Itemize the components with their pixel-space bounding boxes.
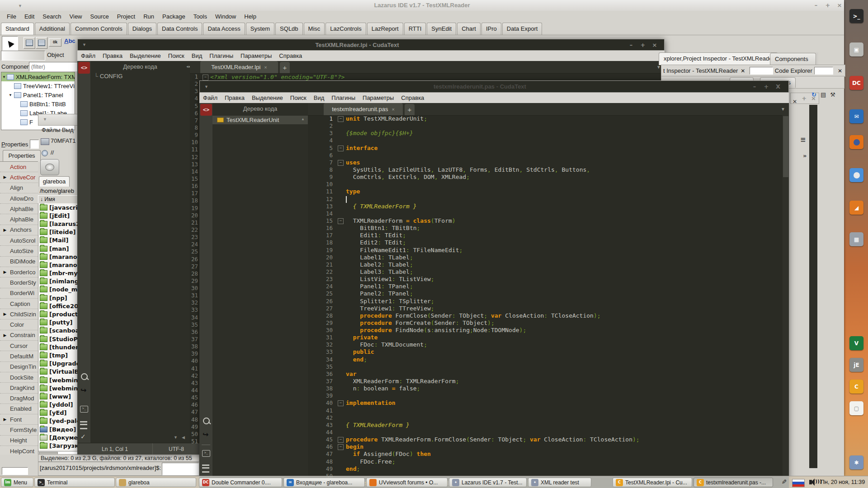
cx1-tree-item-config[interactable]: └ CONFIG [94, 73, 123, 80]
menu-item-правка[interactable]: Правка [99, 52, 126, 59]
folder-row[interactable]: [Видео] [38, 425, 78, 433]
fold-marker-icon[interactable]: − [338, 444, 344, 450]
menu-item-параметры[interactable]: Параметры [237, 52, 275, 59]
cx2-titlebar[interactable]: ▼ testxmlreaderunit.pas - CudaText – + X [199, 80, 789, 93]
code-line[interactable]: n: boolean = false; [346, 385, 420, 392]
property-expand-icon[interactable]: ▶ [0, 270, 10, 274]
property-row[interactable]: DragKind [0, 383, 38, 393]
property-row[interactable]: BorderWi [0, 288, 38, 299]
folder-row[interactable]: [yed-pale [38, 417, 78, 425]
property-row[interactable]: BorderSty [0, 277, 38, 288]
search-icon[interactable] [203, 418, 210, 424]
taskbar-button[interactable]: DCDouble Commander 0.... [199, 478, 282, 487]
code-line[interactable]: Label3: TLabel; [346, 268, 413, 276]
dc-command-input[interactable] [162, 463, 199, 475]
view-units-button[interactable] [24, 37, 35, 49]
clock[interactable]: Пн, 20 ноя, 11:39 [821, 479, 865, 485]
minimize-button[interactable]: – [628, 42, 634, 48]
folder-row[interactable]: [office200 [38, 302, 78, 310]
property-row[interactable]: ▶Font [0, 414, 38, 425]
folder-row[interactable]: [jEdit] [38, 211, 78, 220]
palette-tab-rtti[interactable]: RTTI [404, 23, 426, 35]
code-line[interactable]: uses [346, 159, 360, 166]
folder-row[interactable]: [maranov [38, 261, 78, 269]
code-line[interactable]: Panel1: TPanel; [346, 283, 413, 290]
palette-tab-standard[interactable]: Standard [1, 23, 34, 35]
menu-item-файл[interactable]: Файл [77, 52, 99, 59]
components-tree-row[interactable]: TreeView1: TTreeVi [1, 81, 75, 90]
minimize-button[interactable]: – [813, 2, 819, 9]
fold-marker-icon[interactable]: − [338, 437, 344, 443]
taskbar-button[interactable]: CTestXMLReader.lpi - Cu... [613, 478, 692, 487]
code-line[interactable]: Edit1: TEdit; [346, 232, 406, 239]
menu-item-плагины[interactable]: Плагины [206, 52, 237, 59]
folder-row[interactable]: [scanboa [38, 327, 78, 335]
fold-marker-icon[interactable]: − [338, 145, 344, 151]
cx1-code-line1[interactable]: <?xml version="1.0" encoding="UTF-8"?> [210, 74, 344, 81]
palette-tab-data-export[interactable]: Data Export [502, 23, 542, 35]
jedit-icon[interactable]: jE [849, 358, 863, 372]
property-row[interactable]: Color [0, 319, 38, 330]
code-line[interactable]: implementation [346, 399, 396, 407]
vim-icon[interactable]: V [849, 336, 863, 350]
fold-marker-icon[interactable]: − [338, 116, 344, 122]
hamburger-icon[interactable]: ≡ [800, 136, 806, 144]
fold-marker-icon[interactable]: − [338, 400, 344, 406]
property-row[interactable]: AlphaBle [0, 214, 38, 225]
fold-marker-icon[interactable]: − [338, 218, 344, 224]
code-line[interactable]: TXMLReaderForm = class(TForm) [346, 217, 456, 225]
folder-row[interactable]: [npp] [38, 294, 78, 302]
terminal-icon[interactable]: >_ [849, 9, 863, 23]
property-row[interactable]: HelpCont [0, 446, 38, 455]
palette-tab-dialogs[interactable]: Dialogs [128, 23, 156, 35]
titlebar-dropdown-icon[interactable]: ▼ [18, 4, 22, 8]
view-forms-button[interactable] [36, 37, 47, 49]
property-row[interactable]: DefaultM [0, 351, 38, 361]
code-line[interactable]: end; [346, 356, 367, 363]
folder-row[interactable]: [producti [38, 310, 78, 318]
tab-project-inspector[interactable]: xplorer,Project Inspector - TestXMLReade… [659, 52, 778, 65]
taskbar-button[interactable]: ✦Lazarus IDE v1.7 - Test... [449, 478, 527, 487]
tab-list-dropdown-icon[interactable]: ▼ [781, 107, 785, 112]
property-row[interactable]: ▶BorderIco [0, 267, 38, 277]
property-row[interactable]: DragMod [0, 394, 38, 404]
properties-filter-box[interactable] [30, 140, 39, 149]
tab-list-dropdown-icon[interactable]: ▼ [656, 65, 661, 70]
folder-row[interactable]: [maranov [38, 253, 78, 261]
taskbar-button[interactable]: lmMenu [1, 478, 33, 487]
folder-row[interactable]: [Upgrade [38, 360, 78, 368]
folder-row[interactable]: [yEd] [38, 409, 78, 417]
cx2-vertical-scrollbar[interactable] [783, 115, 789, 488]
folder-row[interactable]: [yddol] [38, 401, 78, 409]
maximize-button[interactable]: + [825, 2, 831, 9]
refresh-icon[interactable]: ↻ [811, 91, 816, 98]
code-line[interactable]: Label2: TLabel; [346, 261, 413, 268]
property-row[interactable]: Action [0, 162, 38, 172]
tree-expand-icon[interactable]: ▼ [2, 75, 6, 79]
double-commander-icon[interactable]: DC [849, 76, 863, 90]
stylus-tray-icon[interactable]: ✎ [780, 479, 788, 484]
dc-tab-glareboa[interactable]: glareboa [39, 176, 70, 187]
menu-item-справка[interactable]: Справка [397, 94, 428, 101]
maximize-button[interactable]: + [763, 83, 769, 90]
palette-tab-data-controls[interactable]: Data Controls [157, 23, 202, 35]
folder-row[interactable]: [javascrip [38, 203, 78, 211]
code-line[interactable]: public [346, 348, 374, 356]
code-line[interactable]: {$mode objfpc}{$H+} [346, 130, 413, 137]
console-icon[interactable]: >_ [80, 406, 88, 413]
code-line[interactable]: begin [346, 443, 363, 450]
palette-tab-misc[interactable]: Misc [304, 23, 325, 35]
components-tree-row[interactable]: ▼XMLReaderForm: TXM [1, 72, 75, 81]
code-line[interactable]: FDoc.Free; [346, 458, 396, 465]
menu-item-плагины[interactable]: Плагины [328, 94, 359, 101]
folder-row[interactable]: [lazarus2 [38, 220, 78, 228]
chevrons-icon[interactable]: » [803, 152, 807, 159]
folder-row[interactable]: [nimlang [38, 277, 78, 286]
palette-tab-common-controls[interactable]: Common Controls [71, 23, 127, 35]
floppy-drive-icon[interactable] [41, 138, 49, 145]
folder-row[interactable]: [node_mo [38, 286, 78, 294]
scroll-left-icon[interactable]: ◀ [182, 435, 185, 440]
dc-name-column-header[interactable]: ↓ Имя [38, 195, 80, 204]
property-row[interactable]: BiDiMode [0, 257, 38, 267]
tab-close-icon[interactable]: × [264, 65, 267, 70]
